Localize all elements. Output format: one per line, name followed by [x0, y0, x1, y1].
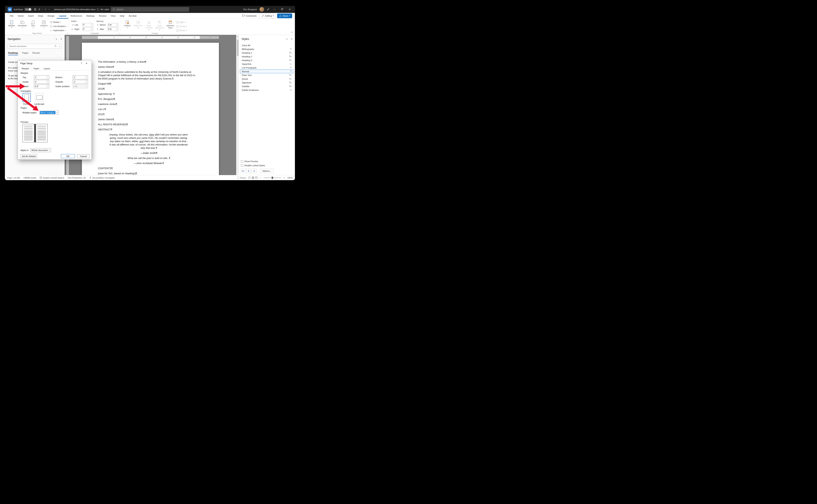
breaks-button[interactable]: Breaks ▾ — [50, 21, 67, 24]
paragraph[interactable]: Lawrence·​Jones¶ — [98, 103, 200, 106]
style-item-heading-1[interactable]: Heading 1¶a — [240, 51, 293, 55]
style-item-subtle-emphasis[interactable]: Subtle Emphasisa — [240, 88, 293, 92]
paragraph[interactable]: —Zadie·​Smith¶ — [98, 152, 200, 155]
paragraph[interactable]: Chapel·​Hill¶ — [98, 82, 200, 86]
proofing-status[interactable]: English (United States) — [40, 177, 64, 179]
nav-search-box[interactable]: ▾ — [8, 44, 62, 49]
style-item-heading-2[interactable]: Heading 2¶a — [240, 55, 293, 58]
paragraph[interactable]: 2023¶ — [98, 87, 200, 91]
paragraph[interactable]: [save·​for·​ToC,·​based·​on·​headings]¶ — [98, 172, 200, 175]
text-predictions[interactable]: Text Predictions: On — [68, 177, 86, 179]
set-as-default-button[interactable]: Set As Default — [21, 154, 37, 158]
user-name[interactable]: Ron Bergquist — [243, 8, 257, 11]
show-preview-checkbox[interactable]: Show Preview — [241, 160, 258, 163]
ribbon-tab-acrobat[interactable]: Acrobat — [127, 13, 139, 19]
collapse-ribbon-icon[interactable] — [291, 32, 293, 34]
paragraph[interactable]: R.E.·​Bergquist¶ — [98, 98, 200, 101]
styles-dropdown-icon[interactable]: ∨ — [286, 38, 288, 40]
spinner-arrows[interactable]: ▴▾ — [91, 23, 93, 26]
style-item-heading-3[interactable]: Heading 3¶a — [240, 58, 293, 62]
dialog-tab-layout[interactable]: Layout — [41, 67, 52, 71]
paragraph[interactable]: —John·​Archibald·​Wheeler¶ — [98, 162, 200, 165]
paragraph[interactable]: The·​information:·​a·​history,·​a·​theor… — [98, 60, 200, 64]
multiple-pages-dropdown[interactable]: Mirror margins ▾ — [39, 111, 59, 115]
ribbon-tab-references[interactable]: References — [68, 13, 84, 19]
vertical-scrollbar[interactable]: ▲ — [236, 35, 239, 175]
ok-button[interactable]: OK — [61, 154, 75, 158]
nav-search-input[interactable] — [8, 45, 53, 47]
hyphenation-button[interactable]: a- Hyphenation ▾ — [50, 29, 67, 32]
word-count[interactable]: 148983 words — [23, 177, 36, 179]
new-style-button[interactable]: A+ — [241, 169, 246, 173]
style-inspector-button[interactable]: A — [246, 169, 251, 173]
quick-access-dropdown-icon[interactable]: ▾ — [49, 9, 49, 10]
paragraph[interactable]: ABSTRACT¶ — [98, 128, 200, 131]
zoom-level[interactable]: 100% — [287, 177, 293, 179]
undo-icon[interactable]: ↺ — [38, 8, 40, 11]
paragraph[interactable]: Approved·​by:·​¶ — [98, 92, 200, 96]
word-app-icon[interactable]: W — [8, 7, 12, 12]
indent-left-field[interactable]: 0" ▴▾ — [82, 23, 93, 27]
styles-close-icon[interactable]: ✕ — [291, 38, 293, 40]
scrollbar-thumb[interactable] — [237, 40, 239, 56]
navigation-close-icon[interactable]: ✕ — [60, 38, 62, 40]
outside-margin-field[interactable]: 1"▴▾ — [73, 80, 88, 84]
zoom-slider-thumb[interactable] — [272, 177, 273, 179]
gutter-field[interactable]: 0.5"▴▾ — [34, 84, 49, 88]
style-item-list-paragraph[interactable]: List Paragraph¶ — [240, 66, 293, 70]
spinner-arrows[interactable]: ▴▾ — [46, 76, 49, 79]
search-options-dropdown-icon[interactable]: ▾ — [58, 45, 61, 47]
nav-tab-pages[interactable]: Pages — [22, 52, 29, 55]
paragraph[interactable]: ALL·​RIGHTS·​RESERVED¶ — [98, 123, 200, 126]
position-button[interactable]: Position ▾ — [123, 20, 132, 29]
undo-dropdown-icon[interactable]: ▾ — [42, 9, 43, 10]
checkbox-icon[interactable] — [241, 164, 243, 167]
bottom-margin-field[interactable]: 1"▴▾ — [73, 75, 88, 79]
spinner-arrows[interactable]: ▴▾ — [116, 23, 118, 26]
indent-right-field[interactable]: 0" ▴▾ — [82, 27, 93, 31]
comments-button[interactable]: Comments — [240, 14, 258, 18]
columns-button[interactable]: Columns ▾ — [39, 20, 49, 29]
ribbon-tab-review[interactable]: Review — [97, 13, 108, 19]
scroll-up-icon[interactable]: ▲ — [236, 36, 239, 37]
zoom-out-button[interactable]: − — [260, 176, 261, 179]
style-item-signature[interactable]: Signature¶a — [240, 81, 293, 84]
style-item-quote[interactable]: Quote¶a — [240, 77, 293, 81]
spacing-before-field[interactable]: 0 pt ▴▾ — [108, 23, 118, 27]
share-button[interactable]: Share ▾ — [277, 14, 292, 18]
styles-options-button[interactable]: Options... — [260, 169, 274, 173]
page-indicator[interactable]: Page 1 of 284 — [7, 177, 20, 179]
orientation-button[interactable]: Orientation ▾ — [18, 20, 27, 29]
search-box[interactable]: Search — [111, 7, 189, 12]
minimize-button[interactable] — [272, 8, 277, 11]
focus-button[interactable]: Focus — [237, 177, 246, 179]
search-icon[interactable] — [53, 45, 58, 48]
paragraph[interactable]: Lan·​Li¶ — [98, 108, 200, 111]
dialog-close-icon[interactable]: ✕ — [84, 62, 89, 65]
ribbon-tab-mailings[interactable]: Mailings — [84, 13, 97, 19]
paragraph[interactable]: James·​Gleick¶ — [98, 118, 200, 121]
editing-mode-button[interactable]: Editing ▾ — [260, 14, 276, 18]
style-item-plain-text[interactable]: Plain Text¶a — [240, 73, 293, 77]
nav-tab-results[interactable]: Results — [32, 52, 40, 55]
style-item-bibliography[interactable]: Bibliography¶ — [240, 47, 293, 51]
document-page[interactable]: The·​information:·​a·​history,·​a·​theor… — [82, 43, 219, 175]
nav-tab-headings[interactable]: Headings — [8, 52, 18, 55]
spinner-arrows[interactable]: ▴▾ — [46, 85, 49, 88]
close-button[interactable]: ✕ — [287, 8, 292, 11]
ribbon-tab-layout[interactable]: Layout — [57, 13, 69, 19]
ribbon-tab-view[interactable]: View — [108, 13, 118, 19]
inside-margin-field[interactable]: 1"▴▾ — [34, 80, 49, 84]
page-setup-dialog-launcher-icon[interactable]: ⇘ — [67, 32, 68, 34]
avatar[interactable] — [259, 7, 264, 12]
paragraph[interactable]: A·​simulation·​of·​a·​thesis·​submitted·… — [98, 70, 200, 80]
paragraph[interactable]: CONTENTS¶ — [98, 167, 200, 170]
ribbon-tab-design[interactable]: Design — [45, 13, 57, 19]
zoom-in-button[interactable]: + — [284, 176, 285, 179]
spinner-arrows[interactable]: ▴▾ — [85, 80, 88, 84]
navigation-dropdown-icon[interactable]: ∨ — [56, 38, 57, 40]
save-icon[interactable] — [34, 8, 36, 11]
paragraph[interactable]: What·​we·​call·​the·​past·​is·​built·​on… — [109, 157, 189, 160]
read-mode-icon[interactable] — [248, 177, 251, 179]
style-item-normal[interactable]: Normal¶ — [240, 70, 293, 73]
